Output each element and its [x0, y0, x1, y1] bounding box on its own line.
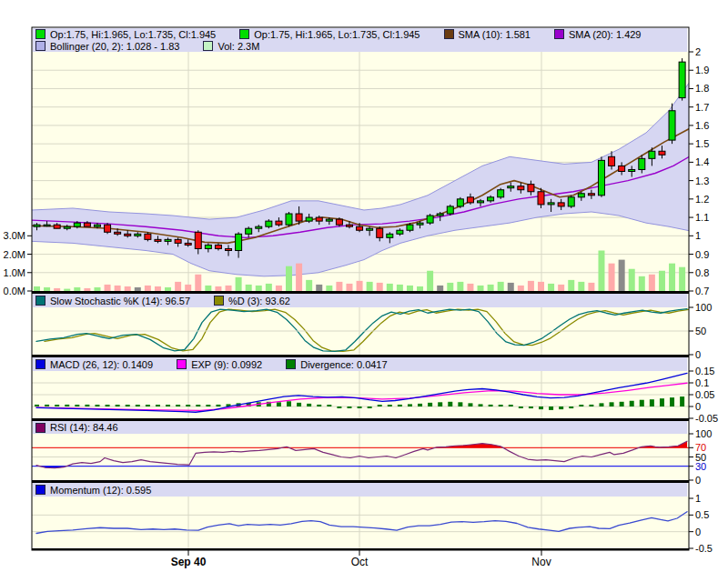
sma10-legend-swatch-icon [444, 29, 454, 39]
legend-item-ohlc-1: Op:1.75, Hi:1.965, Lo:1.735, Cl:1.945 [35, 29, 216, 40]
legend-item-divergence: Divergence: 0.0417 [286, 359, 387, 370]
momentum-legend: Momentum (12): 0.595 [33, 483, 687, 497]
svg-text:0.9: 0.9 [695, 249, 709, 260]
bollinger-legend-swatch-icon [35, 41, 46, 51]
legend-label-bollinger: Bollinger (20, 2): 1.028 - 1.83 [50, 41, 179, 52]
exp-legend-swatch-icon [177, 359, 187, 369]
main-legend-row-2: Bollinger (20, 2): 1.028 - 1.83 Vol: 2.3… [35, 40, 687, 52]
svg-text:1.7: 1.7 [695, 102, 709, 113]
legend-label-ohlc-2: Op:1.75, Hi:1.965, Lo:1.735, Cl:1.945 [254, 29, 420, 40]
svg-text:50: 50 [695, 326, 706, 336]
main-chart-legend: Op:1.75, Hi:1.965, Lo:1.735, Cl:1.945 Op… [33, 28, 687, 52]
stochastic-legend: Slow Stochastic %K (14): 96.57 %D (3): 9… [33, 294, 687, 307]
legend-label-momentum: Momentum (12): 0.595 [50, 485, 151, 496]
svg-text:Nov: Nov [531, 556, 551, 568]
legend-item-rsi: RSI (14): 84.46 [35, 422, 118, 433]
svg-text:1.3: 1.3 [695, 176, 709, 186]
momentum-legend-row: Momentum (12): 0.595 [35, 484, 687, 496]
svg-text:0.15: 0.15 [695, 366, 714, 376]
stock-chart-page: 21.91.81.71.61.51.41.31.21.110.90.80.73.… [0, 0, 728, 582]
legend-label-exp: EXP (9): 0.0992 [191, 359, 262, 370]
svg-text:Oct: Oct [351, 556, 369, 568]
legend-item-volume: Vol: 2.3M [203, 41, 259, 52]
svg-text:1.2: 1.2 [695, 194, 709, 205]
svg-text:0.1: 0.1 [695, 377, 709, 388]
candle-legend-swatch-icon [35, 29, 46, 39]
stoch-k-legend-swatch-icon [35, 296, 46, 306]
legend-label-rsi: RSI (14): 84.46 [50, 422, 118, 433]
svg-text:30: 30 [695, 461, 706, 472]
legend-label-stoch-d: %D (3): 93.62 [228, 296, 290, 306]
rsi-legend: RSI (14): 84.46 [33, 421, 687, 434]
legend-label-ohlc-1: Op:1.75, Hi:1.965, Lo:1.735, Cl:1.945 [50, 29, 216, 40]
legend-item-momentum: Momentum (12): 0.595 [35, 485, 151, 496]
svg-text:0.8: 0.8 [695, 267, 709, 278]
stoch-d-legend-swatch-icon [214, 296, 224, 306]
legend-item-sma20: SMA (20): 1.429 [554, 29, 642, 40]
svg-text:-0.05: -0.05 [695, 413, 718, 424]
svg-text:1.5: 1.5 [695, 138, 709, 149]
momentum-legend-swatch-icon [35, 485, 46, 495]
legend-item-exp: EXP (9): 0.0992 [177, 359, 262, 370]
svg-text:1: 1 [695, 230, 701, 241]
svg-text:3.0M: 3.0M [4, 230, 25, 241]
svg-text:100: 100 [695, 302, 712, 313]
legend-label-divergence: Divergence: 0.0417 [300, 359, 387, 370]
svg-text:1: 1 [695, 493, 701, 504]
svg-text:1.0M: 1.0M [4, 267, 25, 278]
svg-text:1.9: 1.9 [695, 65, 709, 75]
svg-text:0: 0 [695, 401, 701, 412]
svg-text:0.7: 0.7 [695, 286, 709, 296]
rsi-legend-swatch-icon [35, 423, 46, 433]
svg-text:0.0M: 0.0M [4, 286, 25, 296]
svg-text:-0.5: -0.5 [695, 543, 713, 554]
svg-text:1.6: 1.6 [695, 120, 709, 131]
stochastic-legend-row: Slow Stochastic %K (14): 96.57 %D (3): 9… [35, 295, 687, 306]
svg-text:0.5: 0.5 [695, 509, 709, 520]
svg-text:100: 100 [695, 428, 712, 439]
legend-item-stoch-d: %D (3): 93.62 [214, 296, 290, 306]
svg-text:0: 0 [695, 527, 701, 537]
macd-legend: MACD (26, 12): 0.1409 EXP (9): 0.0992 Di… [33, 357, 687, 371]
svg-text:1.4: 1.4 [695, 156, 709, 167]
legend-label-macd: MACD (26, 12): 0.1409 [50, 359, 153, 370]
legend-label-sma20: SMA (20): 1.429 [569, 29, 642, 40]
legend-item-stoch-k: Slow Stochastic %K (14): 96.57 [35, 296, 190, 306]
svg-text:0.05: 0.05 [695, 389, 714, 400]
main-legend-row-1: Op:1.75, Hi:1.965, Lo:1.735, Cl:1.945 Op… [35, 28, 687, 40]
legend-label-stoch-k: Slow Stochastic %K (14): 96.57 [50, 296, 190, 306]
svg-text:Sep 40: Sep 40 [171, 556, 207, 568]
svg-text:1.1: 1.1 [695, 212, 709, 223]
rsi-legend-row: RSI (14): 84.46 [35, 422, 687, 434]
legend-item-macd: MACD (26, 12): 0.1409 [35, 359, 153, 370]
macd-legend-swatch-icon [35, 359, 46, 369]
legend-item-bollinger: Bollinger (20, 2): 1.028 - 1.83 [35, 41, 179, 52]
macd-legend-row: MACD (26, 12): 0.1409 EXP (9): 0.0992 Di… [35, 358, 687, 370]
divergence-legend-swatch-icon [286, 359, 296, 369]
candle-legend-swatch-icon [239, 29, 249, 39]
svg-text:0: 0 [695, 475, 701, 486]
svg-text:1.8: 1.8 [695, 83, 709, 94]
svg-text:2: 2 [695, 46, 701, 57]
svg-text:2.0M: 2.0M [4, 249, 25, 260]
sma20-legend-swatch-icon [554, 29, 564, 39]
legend-item-ohlc-2: Op:1.75, Hi:1.965, Lo:1.735, Cl:1.945 [239, 29, 420, 40]
svg-text:0: 0 [695, 349, 701, 360]
legend-label-sma10: SMA (10): 1.581 [459, 29, 531, 40]
volume-legend-swatch-icon [203, 41, 213, 51]
legend-label-volume: Vol: 2.3M [217, 41, 259, 52]
legend-item-sma10: SMA (10): 1.581 [444, 29, 531, 40]
